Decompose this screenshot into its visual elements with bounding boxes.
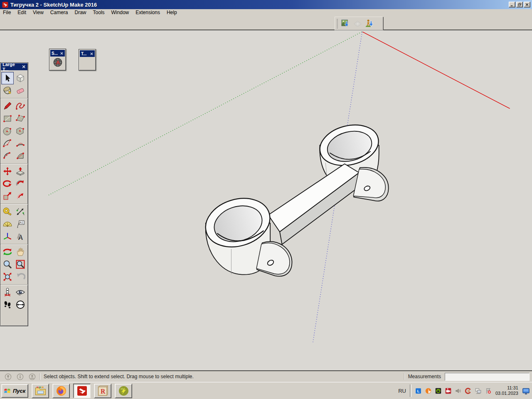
text-tool-tool-button[interactable]: A1 [14,218,27,230]
firefox-taskbar-button[interactable] [52,384,70,398]
select-tool-button[interactable] [1,72,14,84]
dimension-tool-button[interactable] [14,205,27,218]
push-pull-tool-button[interactable] [14,165,27,177]
mini-toolbar-s[interactable]: S... A [49,49,66,71]
close-button[interactable] [524,2,530,7]
clock-date: 03.01.2023 [495,391,518,396]
walk-tool-button[interactable] [1,298,14,311]
mini-toolbar-s-close-icon[interactable] [60,52,64,55]
title-bar[interactable]: Тигручка 2 - SketchUp Make 2016 [0,0,532,9]
window-title: Тигручка 2 - SketchUp Make 2016 [10,2,97,8]
polygon-tool-button[interactable] [14,125,27,137]
photo-textures-button[interactable] [364,18,376,29]
tray-separator [410,384,411,397]
language-indicator[interactable]: RU [398,388,406,394]
measurements-label: Measurements [408,374,441,379]
menu-item-view[interactable]: View [31,9,47,16]
three-point-arc-tool-button[interactable] [1,150,14,162]
green-ball-taskbar-button[interactable] [115,384,132,398]
menu-item-help[interactable]: Help [165,9,180,16]
scene-svg[interactable] [0,30,532,370]
file-manager-taskbar-button[interactable] [32,384,49,398]
pan-tool-button[interactable] [14,246,27,258]
svg-text:A1: A1 [20,221,24,224]
previous-tool-button[interactable] [14,271,27,283]
status-geolocation-icon[interactable] [4,373,12,381]
palette-title-bar[interactable]: Large T... [1,63,27,70]
sketchup-taskbar-button[interactable] [73,384,91,398]
eraser-tool-button[interactable] [14,84,27,97]
rotate-tool-button[interactable] [1,177,14,190]
zoom-window-tool-button[interactable] [14,258,27,271]
mini-toolbar-t[interactable]: T... [79,49,96,71]
palette-body: A1AA [0,71,28,312]
zoom-extents-tool-button[interactable] [1,271,14,283]
menu-item-file[interactable]: File [1,9,14,16]
model-bar-top-face[interactable] [268,164,360,232]
rotated-rectangle-tool-button[interactable] [14,112,27,125]
model-part[interactable] [200,119,389,276]
follow-me-tool-button[interactable] [14,177,27,190]
freehand-tool-button[interactable] [14,100,27,112]
tray-ccleaner-icon[interactable] [465,387,472,394]
make-component-tool-button[interactable] [14,72,27,84]
section-plane-tool-button[interactable] [14,298,27,311]
menu-item-edit[interactable]: Edit [16,9,30,16]
line-tool-button[interactable] [1,100,14,112]
tray-nvidia-icon[interactable] [435,387,442,394]
menu-item-window[interactable]: Window [110,9,133,16]
taskbar-clock[interactable]: 11:31 03.01.2023 [495,385,518,396]
status-credits-icon[interactable] [16,373,24,381]
mini-toolbar-s-titlebar[interactable]: S... [50,50,65,57]
tray-recorder-icon[interactable] [445,387,452,394]
three-d-text-tool-button[interactable]: AA [14,230,27,243]
location-toolbar[interactable] [335,17,383,30]
protractor-tool-button[interactable] [1,218,14,230]
svg-text:R: R [101,388,106,395]
start-button[interactable]: Пуск [1,384,28,398]
location-toolbar-tools [340,18,376,29]
palette-title: Large T... [2,62,22,72]
pie-tool-button[interactable] [14,150,27,162]
mini-toolbar-t-titlebar[interactable]: T... [80,50,95,57]
paint-bucket-tool-button[interactable] [1,84,14,97]
add-location-button[interactable] [340,18,352,29]
menu-item-draw[interactable]: Draw [73,9,90,16]
menu-item-extensions[interactable]: Extensions [134,9,163,16]
palette-close-icon[interactable] [22,64,26,69]
circle-tool-tool-button[interactable] [1,125,14,137]
menu-item-camera[interactable]: Camera [49,9,71,16]
tray-offline-icon[interactable] [485,387,492,394]
offset-tool-button[interactable] [14,190,27,202]
arc-tool-button[interactable] [1,137,14,150]
viewport-canvas[interactable] [0,30,532,371]
tray-l-icon[interactable]: L [415,387,422,394]
rectangle-tool-button[interactable] [1,112,14,125]
measurements-input[interactable] [445,373,530,381]
scale-tool-button[interactable] [1,190,14,202]
axes-tool-tool-button[interactable] [1,230,14,243]
move-tool-button[interactable] [1,165,14,177]
zoom-tool-button[interactable] [1,258,14,271]
restore-button[interactable] [516,2,523,7]
status-separator [39,373,40,380]
tray-volume-icon[interactable] [455,387,462,394]
menu-item-tools[interactable]: Tools [91,9,108,16]
status-bar: Select objects. Shift to extend select. … [0,371,532,382]
large-tool-set-palette: Large T... A1AA [0,62,28,326]
orbit-tool-button[interactable] [1,246,14,258]
tray-avast-icon[interactable] [425,387,432,394]
position-camera-tool-button[interactable] [1,286,14,298]
globe-a-icon[interactable]: A [52,57,63,69]
show-desktop-icon[interactable] [522,387,530,395]
tray-network-icon[interactable] [475,387,482,394]
window-controls [509,2,531,7]
two-point-arc-tool-button[interactable] [14,137,27,150]
toolbar-grip-handle[interactable] [337,19,338,28]
mini-toolbar-t-close-icon[interactable] [90,52,94,56]
status-signin-icon[interactable] [28,373,36,381]
minimize-button[interactable] [509,2,515,7]
r-block-taskbar-button[interactable]: R [94,384,111,398]
look-around-tool-button[interactable] [14,286,27,298]
tape-measure-tool-button[interactable] [1,205,14,218]
